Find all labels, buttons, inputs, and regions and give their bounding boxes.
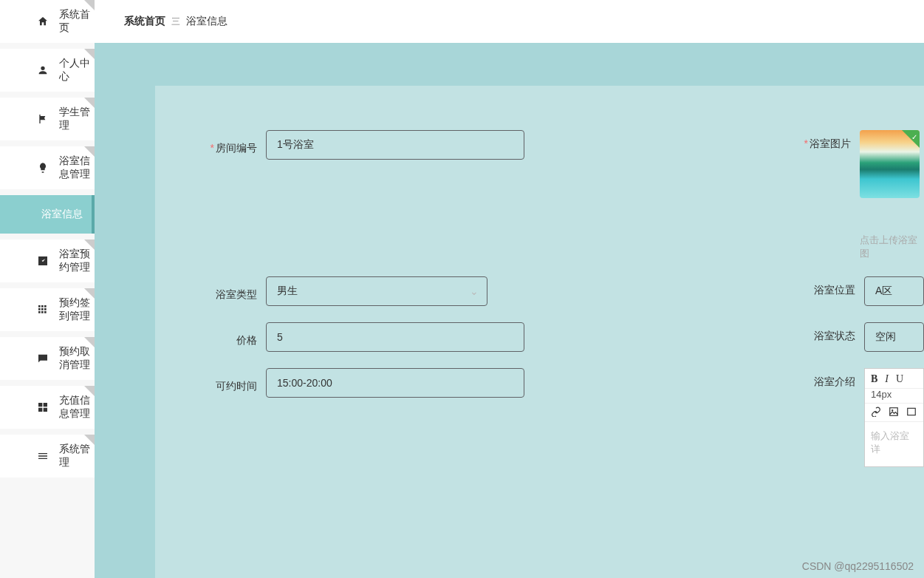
- type-select[interactable]: [266, 276, 487, 306]
- svg-point-1: [892, 409, 893, 411]
- photo-thumbnail: [860, 130, 920, 198]
- sidebar-label: 预约签到管理: [59, 296, 95, 323]
- corner-icon: [84, 98, 95, 108]
- status-input[interactable]: [864, 322, 924, 352]
- person-icon: [37, 64, 49, 76]
- corner-icon: [84, 386, 95, 396]
- status-label: 浴室状态: [753, 322, 864, 343]
- corner-icon: [84, 337, 95, 347]
- room-no-input[interactable]: [266, 130, 524, 160]
- bulb-icon: [37, 162, 49, 174]
- grid-icon: [37, 304, 49, 316]
- italic-icon[interactable]: I: [885, 373, 889, 385]
- sidebar-label: 浴室信息管理: [59, 154, 95, 181]
- fontsize-label[interactable]: 14px: [871, 389, 892, 400]
- type-label: 浴室类型: [155, 281, 266, 302]
- flag-icon: [37, 113, 49, 125]
- time-label: 可约时间: [155, 373, 266, 393]
- chart-icon: [37, 255, 49, 267]
- sidebar-item-profile[interactable]: 个人中心: [0, 49, 95, 92]
- corner-icon: [84, 435, 95, 445]
- main-area: 系统首页 三 浴室信息 *房间编号: [95, 0, 924, 578]
- dashboard-icon: [37, 401, 49, 413]
- sidebar-item-reservation-mgmt[interactable]: 浴室预约管理: [0, 239, 95, 282]
- photo-upload[interactable]: ✓: [860, 130, 920, 198]
- sidebar-item-bathroom-info[interactable]: 浴室信息: [0, 195, 95, 234]
- location-label: 浴室位置: [753, 276, 864, 297]
- underline-icon[interactable]: U: [896, 373, 903, 385]
- sidebar-label: 系统管理: [59, 443, 95, 469]
- sidebar-label: 浴室预约管理: [59, 248, 95, 274]
- list-icon[interactable]: [906, 407, 917, 417]
- sidebar-item-recharge-mgmt[interactable]: 充值信息管理: [0, 386, 95, 429]
- bold-icon[interactable]: B: [871, 373, 877, 385]
- corner-icon: [84, 146, 95, 157]
- sidebar-item-students[interactable]: 学生管理: [0, 98, 95, 140]
- chat-icon: [37, 353, 49, 364]
- sidebar-item-checkin-mgmt[interactable]: 预约签到管理: [0, 288, 95, 331]
- link-icon[interactable]: [871, 407, 881, 417]
- breadcrumb-home[interactable]: 系统首页: [124, 15, 165, 28]
- price-label: 价格: [155, 327, 266, 347]
- sidebar-label: 预约取消管理: [59, 345, 95, 372]
- sidebar-label: 系统首页: [59, 8, 95, 35]
- sidebar-item-bathroom-info-mgmt[interactable]: 浴室信息管理: [0, 146, 95, 189]
- room-no-label: *房间编号: [155, 135, 266, 155]
- sidebar: 系统首页 个人中心 学生管理 浴室信息管理 浴室信息: [0, 0, 95, 578]
- menu-icon: [37, 450, 49, 462]
- breadcrumb-current: 浴室信息: [186, 15, 227, 28]
- watermark: CSDN @qq2295116502: [802, 560, 914, 572]
- check-icon: ✓: [911, 133, 917, 141]
- form-card: *房间编号 *浴室图片 ✓: [155, 86, 924, 578]
- rich-editor[interactable]: B I U 14px: [864, 368, 924, 467]
- corner-icon: [84, 49, 95, 59]
- corner-icon: [84, 0, 95, 10]
- time-input[interactable]: [266, 368, 524, 398]
- sidebar-label: 个人中心: [59, 57, 95, 84]
- sidebar-item-system-mgmt[interactable]: 系统管理: [0, 435, 95, 477]
- home-icon: [37, 16, 49, 27]
- sidebar-item-home[interactable]: 系统首页: [0, 0, 95, 43]
- svg-rect-2: [908, 408, 916, 415]
- svg-rect-0: [890, 408, 898, 416]
- corner-icon: [84, 239, 95, 250]
- photo-label: *浴室图片: [753, 130, 860, 151]
- intro-label: 浴室介绍: [753, 368, 864, 389]
- breadcrumb: 系统首页 三 浴室信息: [95, 0, 924, 43]
- sidebar-label: 充值信息管理: [59, 394, 95, 421]
- sidebar-item-cancel-mgmt[interactable]: 预约取消管理: [0, 337, 95, 380]
- image-icon[interactable]: [889, 407, 899, 417]
- corner-icon: [84, 288, 95, 299]
- location-input[interactable]: [864, 276, 924, 306]
- upload-hint: 点击上传浴室图: [860, 234, 924, 260]
- editor-toolbar: B I U: [865, 369, 923, 389]
- price-input[interactable]: [266, 322, 524, 352]
- breadcrumb-sep-icon: 三: [171, 16, 180, 28]
- sidebar-label: 学生管理: [59, 106, 95, 132]
- editor-body[interactable]: 输入浴室详: [865, 422, 923, 466]
- sidebar-label: 浴室信息: [41, 208, 83, 221]
